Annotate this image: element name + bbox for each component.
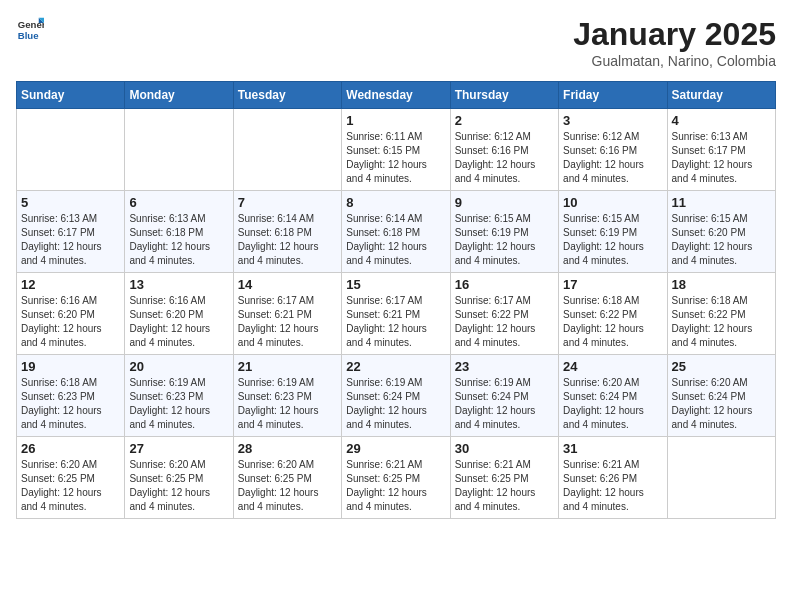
day-info: Sunrise: 6:16 AM Sunset: 6:20 PM Dayligh… [21, 294, 120, 350]
day-info: Sunrise: 6:13 AM Sunset: 6:17 PM Dayligh… [672, 130, 771, 186]
day-number: 5 [21, 195, 120, 210]
calendar-cell: 25Sunrise: 6:20 AM Sunset: 6:24 PM Dayli… [667, 355, 775, 437]
day-info: Sunrise: 6:19 AM Sunset: 6:23 PM Dayligh… [238, 376, 337, 432]
location-subtitle: Gualmatan, Narino, Colombia [573, 53, 776, 69]
calendar-cell: 18Sunrise: 6:18 AM Sunset: 6:22 PM Dayli… [667, 273, 775, 355]
day-info: Sunrise: 6:15 AM Sunset: 6:19 PM Dayligh… [563, 212, 662, 268]
day-info: Sunrise: 6:21 AM Sunset: 6:25 PM Dayligh… [455, 458, 554, 514]
calendar-cell: 29Sunrise: 6:21 AM Sunset: 6:25 PM Dayli… [342, 437, 450, 519]
day-info: Sunrise: 6:15 AM Sunset: 6:20 PM Dayligh… [672, 212, 771, 268]
calendar-cell: 5Sunrise: 6:13 AM Sunset: 6:17 PM Daylig… [17, 191, 125, 273]
day-number: 15 [346, 277, 445, 292]
weekday-header: Monday [125, 82, 233, 109]
day-info: Sunrise: 6:21 AM Sunset: 6:26 PM Dayligh… [563, 458, 662, 514]
calendar-cell: 1Sunrise: 6:11 AM Sunset: 6:15 PM Daylig… [342, 109, 450, 191]
weekday-header: Tuesday [233, 82, 341, 109]
calendar-cell: 7Sunrise: 6:14 AM Sunset: 6:18 PM Daylig… [233, 191, 341, 273]
calendar-cell: 4Sunrise: 6:13 AM Sunset: 6:17 PM Daylig… [667, 109, 775, 191]
calendar-table: SundayMondayTuesdayWednesdayThursdayFrid… [16, 81, 776, 519]
calendar-week-row: 26Sunrise: 6:20 AM Sunset: 6:25 PM Dayli… [17, 437, 776, 519]
day-number: 16 [455, 277, 554, 292]
day-number: 29 [346, 441, 445, 456]
day-number: 18 [672, 277, 771, 292]
calendar-cell [17, 109, 125, 191]
day-info: Sunrise: 6:15 AM Sunset: 6:19 PM Dayligh… [455, 212, 554, 268]
calendar-cell: 8Sunrise: 6:14 AM Sunset: 6:18 PM Daylig… [342, 191, 450, 273]
calendar-cell: 23Sunrise: 6:19 AM Sunset: 6:24 PM Dayli… [450, 355, 558, 437]
day-info: Sunrise: 6:14 AM Sunset: 6:18 PM Dayligh… [346, 212, 445, 268]
calendar-week-row: 12Sunrise: 6:16 AM Sunset: 6:20 PM Dayli… [17, 273, 776, 355]
day-number: 6 [129, 195, 228, 210]
weekday-header: Saturday [667, 82, 775, 109]
calendar-cell: 3Sunrise: 6:12 AM Sunset: 6:16 PM Daylig… [559, 109, 667, 191]
day-info: Sunrise: 6:11 AM Sunset: 6:15 PM Dayligh… [346, 130, 445, 186]
calendar-cell: 16Sunrise: 6:17 AM Sunset: 6:22 PM Dayli… [450, 273, 558, 355]
weekday-header: Friday [559, 82, 667, 109]
day-info: Sunrise: 6:20 AM Sunset: 6:25 PM Dayligh… [21, 458, 120, 514]
day-info: Sunrise: 6:19 AM Sunset: 6:24 PM Dayligh… [346, 376, 445, 432]
weekday-header: Thursday [450, 82, 558, 109]
day-number: 26 [21, 441, 120, 456]
calendar-cell: 22Sunrise: 6:19 AM Sunset: 6:24 PM Dayli… [342, 355, 450, 437]
day-number: 7 [238, 195, 337, 210]
calendar-cell: 28Sunrise: 6:20 AM Sunset: 6:25 PM Dayli… [233, 437, 341, 519]
calendar-cell [233, 109, 341, 191]
day-number: 4 [672, 113, 771, 128]
day-number: 19 [21, 359, 120, 374]
calendar-cell [125, 109, 233, 191]
day-number: 9 [455, 195, 554, 210]
logo-icon: General Blue [16, 16, 44, 44]
calendar-cell: 6Sunrise: 6:13 AM Sunset: 6:18 PM Daylig… [125, 191, 233, 273]
calendar-cell: 31Sunrise: 6:21 AM Sunset: 6:26 PM Dayli… [559, 437, 667, 519]
day-info: Sunrise: 6:20 AM Sunset: 6:25 PM Dayligh… [238, 458, 337, 514]
title-block: January 2025 Gualmatan, Narino, Colombia [573, 16, 776, 69]
month-title: January 2025 [573, 16, 776, 53]
day-info: Sunrise: 6:19 AM Sunset: 6:24 PM Dayligh… [455, 376, 554, 432]
logo: General Blue [16, 16, 46, 44]
day-info: Sunrise: 6:12 AM Sunset: 6:16 PM Dayligh… [455, 130, 554, 186]
calendar-cell: 14Sunrise: 6:17 AM Sunset: 6:21 PM Dayli… [233, 273, 341, 355]
page-header: General Blue January 2025 Gualmatan, Nar… [16, 16, 776, 69]
calendar-cell: 30Sunrise: 6:21 AM Sunset: 6:25 PM Dayli… [450, 437, 558, 519]
calendar-cell: 17Sunrise: 6:18 AM Sunset: 6:22 PM Dayli… [559, 273, 667, 355]
weekday-header: Wednesday [342, 82, 450, 109]
day-number: 25 [672, 359, 771, 374]
calendar-cell: 15Sunrise: 6:17 AM Sunset: 6:21 PM Dayli… [342, 273, 450, 355]
day-info: Sunrise: 6:16 AM Sunset: 6:20 PM Dayligh… [129, 294, 228, 350]
calendar-cell [667, 437, 775, 519]
weekday-header: Sunday [17, 82, 125, 109]
calendar-cell: 21Sunrise: 6:19 AM Sunset: 6:23 PM Dayli… [233, 355, 341, 437]
calendar-cell: 19Sunrise: 6:18 AM Sunset: 6:23 PM Dayli… [17, 355, 125, 437]
day-number: 17 [563, 277, 662, 292]
day-number: 10 [563, 195, 662, 210]
day-info: Sunrise: 6:20 AM Sunset: 6:24 PM Dayligh… [563, 376, 662, 432]
calendar-cell: 11Sunrise: 6:15 AM Sunset: 6:20 PM Dayli… [667, 191, 775, 273]
day-number: 13 [129, 277, 228, 292]
day-info: Sunrise: 6:20 AM Sunset: 6:25 PM Dayligh… [129, 458, 228, 514]
day-number: 14 [238, 277, 337, 292]
calendar-cell: 2Sunrise: 6:12 AM Sunset: 6:16 PM Daylig… [450, 109, 558, 191]
day-number: 8 [346, 195, 445, 210]
day-number: 21 [238, 359, 337, 374]
calendar-cell: 26Sunrise: 6:20 AM Sunset: 6:25 PM Dayli… [17, 437, 125, 519]
day-info: Sunrise: 6:19 AM Sunset: 6:23 PM Dayligh… [129, 376, 228, 432]
day-number: 30 [455, 441, 554, 456]
day-number: 28 [238, 441, 337, 456]
calendar-week-row: 1Sunrise: 6:11 AM Sunset: 6:15 PM Daylig… [17, 109, 776, 191]
calendar-cell: 9Sunrise: 6:15 AM Sunset: 6:19 PM Daylig… [450, 191, 558, 273]
day-info: Sunrise: 6:18 AM Sunset: 6:23 PM Dayligh… [21, 376, 120, 432]
day-info: Sunrise: 6:13 AM Sunset: 6:18 PM Dayligh… [129, 212, 228, 268]
day-info: Sunrise: 6:17 AM Sunset: 6:21 PM Dayligh… [346, 294, 445, 350]
day-info: Sunrise: 6:17 AM Sunset: 6:22 PM Dayligh… [455, 294, 554, 350]
day-info: Sunrise: 6:21 AM Sunset: 6:25 PM Dayligh… [346, 458, 445, 514]
day-number: 11 [672, 195, 771, 210]
calendar-week-row: 19Sunrise: 6:18 AM Sunset: 6:23 PM Dayli… [17, 355, 776, 437]
day-number: 2 [455, 113, 554, 128]
day-info: Sunrise: 6:18 AM Sunset: 6:22 PM Dayligh… [563, 294, 662, 350]
day-number: 23 [455, 359, 554, 374]
day-info: Sunrise: 6:13 AM Sunset: 6:17 PM Dayligh… [21, 212, 120, 268]
day-info: Sunrise: 6:18 AM Sunset: 6:22 PM Dayligh… [672, 294, 771, 350]
day-number: 3 [563, 113, 662, 128]
calendar-cell: 20Sunrise: 6:19 AM Sunset: 6:23 PM Dayli… [125, 355, 233, 437]
day-number: 22 [346, 359, 445, 374]
